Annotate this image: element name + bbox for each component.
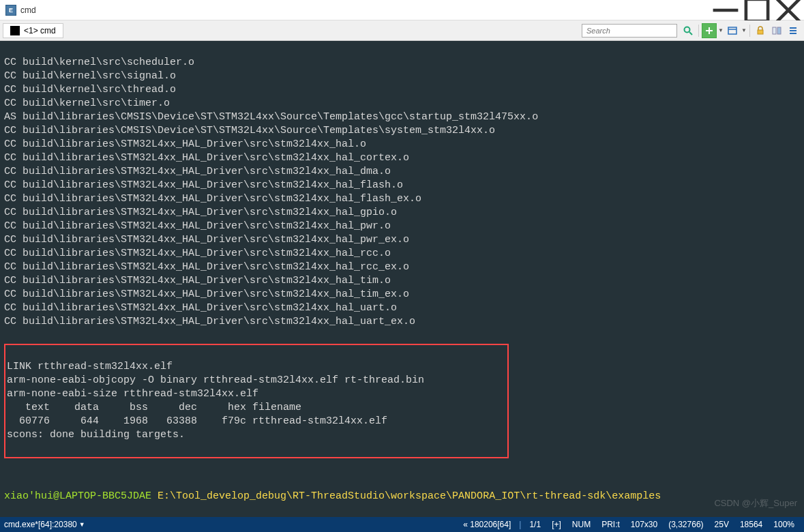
- status-seg-2: 1/1: [529, 520, 541, 529]
- status-seg-9: 18564: [740, 520, 762, 529]
- terminal-line: CC build\libraries\STM32L4xx_HAL_Driver\…: [4, 274, 800, 288]
- svg-rect-8: [728, 27, 736, 34]
- terminal-line: CC build\libraries\CMSIS\Device\ST\STM32…: [4, 124, 800, 138]
- window-controls: [710, 0, 804, 20]
- search-icon[interactable]: [681, 23, 696, 38]
- terminal-line: CC build\libraries\STM32L4xx_HAL_Driver\…: [4, 301, 800, 315]
- terminal-line: LINK rtthread-stm32l4xx.elf: [7, 360, 506, 374]
- terminal-line: arm-none-eabi-size rtthread-stm32l4xx.el…: [7, 387, 506, 401]
- terminal-line: CC build\kernel\src\thread.o: [4, 83, 800, 97]
- status-seg-1: « 180206[64]: [463, 520, 511, 529]
- window-icon[interactable]: [725, 23, 740, 38]
- terminal-icon: [10, 26, 20, 35]
- terminal-line: CC build\libraries\STM32L4xx_HAL_Driver\…: [4, 192, 800, 206]
- lock-icon[interactable]: [753, 23, 768, 38]
- terminal-line: CC build\kernel\src\scheduler.o: [4, 56, 800, 70]
- terminal-line: scons: done building targets.: [7, 428, 506, 442]
- status-seg-6: 107x30: [631, 520, 657, 529]
- menu-icon[interactable]: [786, 23, 801, 38]
- watermark: CSDN @小辉_Super: [714, 497, 797, 510]
- svg-rect-12: [777, 27, 781, 34]
- status-seg-7: (3,32766): [668, 520, 703, 529]
- terminal-line: CC build\libraries\STM32L4xx_HAL_Driver\…: [4, 151, 800, 165]
- terminal-line: CC build\kernel\src\timer.o: [4, 97, 800, 110]
- split-view-icon[interactable]: [769, 23, 784, 38]
- terminal-line: CC build\libraries\STM32L4xx_HAL_Driver\…: [4, 288, 800, 301]
- status-seg-5: PRI:t: [601, 520, 620, 529]
- chevron-down-icon[interactable]: ▼: [79, 521, 85, 528]
- terminal-line: CC build\libraries\STM32L4xx_HAL_Driver\…: [4, 220, 800, 233]
- svg-rect-10: [758, 30, 763, 34]
- terminal-line: CC build\kernel\src\signal.o: [4, 70, 800, 83]
- prompt-user: xiao'hui@LAPTOP-BBC5JDAE: [4, 490, 151, 502]
- toolbar: <1> cmd ▼ ▼: [0, 20, 804, 41]
- tab-cmd[interactable]: <1> cmd: [3, 23, 63, 38]
- prompt-path: E:\Tool_develop_debug\RT-ThreadStudio\wo…: [151, 490, 661, 502]
- tab-label: <1> cmd: [24, 26, 56, 35]
- terminal-line: arm-none-eabi-objcopy -O binary rtthread…: [7, 374, 506, 387]
- terminal-line: CC build\libraries\STM32L4xx_HAL_Driver\…: [4, 206, 800, 220]
- window-dropdown[interactable]: ▼: [741, 27, 747, 33]
- terminal-line: CC build\libraries\STM32L4xx_HAL_Driver\…: [4, 165, 800, 179]
- close-button[interactable]: [773, 0, 804, 20]
- status-seg-4: NUM: [572, 520, 591, 529]
- terminal-line: CC build\libraries\STM32L4xx_HAL_Driver\…: [4, 315, 800, 329]
- maximize-button[interactable]: [741, 0, 773, 20]
- svg-rect-1: [746, 0, 768, 21]
- window-title: cmd: [20, 5, 710, 15]
- statusbar: cmd.exe*[64]:20380 ▼ « 180206[64] | 1/1 …: [0, 517, 804, 532]
- new-tab-button[interactable]: [702, 23, 717, 38]
- terminal-line: CC build\libraries\STM32L4xx_HAL_Driver\…: [4, 261, 800, 274]
- svg-line-5: [689, 32, 692, 35]
- terminal-line: CC build\libraries\STM32L4xx_HAL_Driver\…: [4, 247, 800, 261]
- highlighted-output: LINK rtthread-stm32l4xx.elfarm-none-eabi…: [4, 344, 509, 458]
- app-icon: E: [5, 5, 16, 16]
- status-seg-10: 100%: [773, 520, 794, 529]
- terminal-line: CC build\libraries\STM32L4xx_HAL_Driver\…: [4, 179, 800, 192]
- terminal-line: CC build\libraries\STM32L4xx_HAL_Driver\…: [4, 233, 800, 247]
- search-input[interactable]: [582, 24, 677, 38]
- svg-point-4: [685, 27, 690, 32]
- window-titlebar: E cmd: [0, 0, 804, 20]
- terminal-line: text data bss dec hex filename: [7, 401, 506, 415]
- status-seg-3: [+]: [552, 520, 561, 529]
- new-tab-dropdown[interactable]: ▼: [717, 27, 724, 33]
- status-process: cmd.exe*[64]:20380: [4, 520, 77, 529]
- terminal-line: 60776 644 1968 63388 f79c rtthread-stm32…: [7, 415, 506, 428]
- terminal-line: AS build\libraries\CMSIS\Device\ST\STM32…: [4, 110, 800, 124]
- svg-rect-11: [773, 27, 776, 34]
- status-seg-8: 25V: [715, 520, 729, 529]
- minimize-button[interactable]: [710, 0, 741, 20]
- terminal-line: CC build\libraries\STM32L4xx_HAL_Driver\…: [4, 138, 800, 151]
- terminal-output[interactable]: CC build\kernel\src\scheduler.oCC build\…: [0, 41, 804, 517]
